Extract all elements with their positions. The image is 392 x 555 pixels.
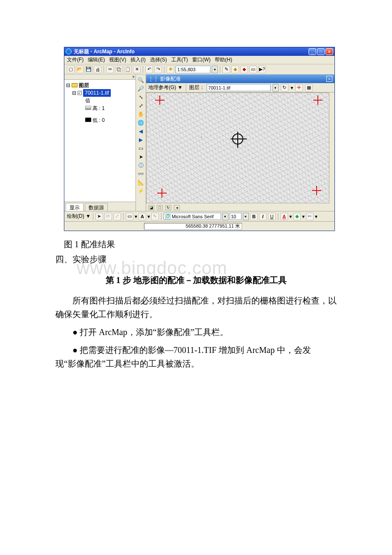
full-extent-globe-icon[interactable]: 🌐 [137,119,145,127]
georef-title: 影像配准 [160,75,181,83]
draw-menu-button[interactable]: 绘制(D) ▼ [67,213,91,220]
app-globe-icon: 🌐 [66,49,72,55]
scale-dropdown-icon[interactable]: ▾ [212,66,218,73]
select-arrow-icon[interactable]: ➤ [137,153,145,161]
underline-button[interactable]: U [268,213,276,220]
zoom-element-icon[interactable]: ⤢ [113,213,121,220]
layout-view-icon[interactable]: □ [157,205,163,210]
add-data-button[interactable]: ✚ [167,66,174,73]
zoom-in-icon[interactable]: 🔍 [137,76,145,84]
rotate-tool-icon[interactable]: ⟳ [104,213,112,220]
line-color-dropdown-icon[interactable]: ▾ [315,214,317,220]
georef-layer-combo[interactable]: 70011-1.tif [207,84,271,91]
refresh-view-icon[interactable]: ↻ [165,205,171,210]
toc-root-label[interactable]: 图层 [79,81,89,89]
identify-info-icon[interactable]: ⓘ [137,162,145,169]
dropdown-arrow-icon[interactable]: ▾ [273,84,279,92]
shape-dropdown-icon[interactable]: ▾ [135,214,137,220]
georef-grab-icon[interactable]: ⋮⋮ [148,76,159,82]
menu-help[interactable]: 帮助(H) [215,56,232,64]
font-color-button[interactable]: A [280,213,288,220]
scroll-left-icon[interactable]: ◂ [174,205,180,210]
draw-toolbar: 绘制(D) ▼ ➤ ⟳ ⤢ ▭ ▾ A ▾ ✎ O Microsoft Sans… [64,211,334,221]
command-line-icon[interactable]: ▭ [249,66,257,73]
edit-vertices-icon[interactable]: ✎ [151,213,159,220]
layer-name-label[interactable]: 70011-1.tif [83,89,111,97]
font-color-dropdown-icon[interactable]: ▾ [289,214,292,220]
menu-window[interactable]: 窗口(W) [192,56,210,64]
select-features-icon[interactable]: ▭ [137,145,145,152]
delete-button[interactable]: ✕ [133,66,141,73]
rotate-icon[interactable]: ↻ [281,84,288,92]
link-table-icon[interactable]: ▦ [305,84,313,92]
font-family-combo[interactable]: O Microsoft Sans Serif [164,213,221,220]
font-dropdown-icon[interactable]: ▾ [222,213,228,220]
select-elements-arrow-icon[interactable]: ➤ [95,213,103,220]
bold-button[interactable]: B [250,213,258,220]
new-button[interactable]: ▢ [67,66,75,73]
maximize-button[interactable]: □ [317,48,325,55]
next-extent-icon[interactable]: ▶ [137,136,145,144]
layer-visibility-checkbox[interactable]: ✓ [78,91,82,95]
open-button[interactable]: 📂 [76,66,84,73]
toc-close-icon[interactable]: × [64,75,135,80]
rectangle-shape-icon[interactable]: ▭ [126,213,133,220]
map-canvas[interactable] [146,92,329,203]
bullet-item: ● 打开 ArcMap，添加“影像配准”工具栏。 [55,325,337,339]
georef-close-icon[interactable]: × [326,76,332,82]
tab-source[interactable]: 数据源 [85,203,108,211]
prev-extent-icon[interactable]: ◀ [137,127,145,135]
text-dropdown-icon[interactable]: ▾ [147,214,150,220]
menu-select[interactable]: 选择(S) [150,56,167,64]
undo-button[interactable]: ↶ [145,66,153,73]
pan-hand-icon[interactable]: ✋ [137,110,145,118]
tab-display[interactable]: 显示 [66,203,84,211]
add-control-points-icon[interactable]: ✛ [295,84,303,92]
save-button[interactable]: 💾 [85,66,92,73]
scale-input[interactable]: 1:55,803 [176,66,210,73]
menu-file[interactable]: 文件(F) [67,56,84,64]
size-dropdown-icon[interactable]: ▾ [243,213,249,220]
dropdown-small-icon[interactable]: ▾ [291,85,293,91]
tree-collapse-icon[interactable]: ⊟ [72,89,76,97]
tools-toolbar: 🔍 🔎 ⤡ ⤢ ✋ 🌐 ◀ ▶ ▭ ➤ ⓘ 👓 📐 ⚡ [136,75,146,211]
line-color-button[interactable]: ✏ [306,213,314,220]
georef-layer-label: 图层： [189,84,205,91]
italic-button[interactable]: I [259,213,267,220]
low-value-label: 低 : 0 [92,117,105,123]
font-size-combo[interactable]: 10 [230,213,242,220]
cut-button[interactable]: ✂ [106,66,114,73]
fill-color-button[interactable]: ◆ [293,213,301,220]
minimize-button[interactable]: _ [308,48,316,55]
map-view-tabs: ◪ □ ↻ ◂ [146,204,334,211]
control-point-mark-icon [312,186,321,195]
data-view-icon[interactable]: ◪ [148,205,154,210]
georef-titlebar: ⋮⋮ 影像配准 × [146,75,334,83]
menu-insert[interactable]: 插入(I) [130,56,145,64]
arctoolbox-icon[interactable]: ◆ [231,66,239,73]
standard-toolbar: ▢ 📂 💾 🖨 ✂ ⿻ 📋 ✕ ↶ ↷ ✚ 1:55,803 ▾ ✎ ◆ ◆ ▭… [64,64,334,75]
zoom-fixed-out-icon[interactable]: ⤢ [137,102,145,110]
menu-view[interactable]: 视图(V) [109,56,126,64]
editor-icon[interactable]: ✎ [222,66,230,73]
copy-button[interactable]: ⿻ [115,66,123,73]
hyperlink-bolt-icon[interactable]: ⚡ [137,187,145,195]
paste-button[interactable]: 📋 [124,66,132,73]
text-tool-icon[interactable]: A [138,213,146,220]
print-button[interactable]: 🖨 [94,66,101,73]
find-binoculars-icon[interactable]: 👓 [137,170,145,178]
arccatalog-icon[interactable]: ◆ [240,66,248,73]
menu-tools[interactable]: 工具(T) [171,56,188,64]
menu-edit[interactable]: 编辑(E) [88,56,105,64]
whats-this-icon[interactable]: ▶? [258,66,266,73]
coordinate-readout: 565580.38 2777951.11 米 [144,223,242,230]
tree-collapse-icon[interactable]: ⊟ [66,81,70,89]
fill-color-dropdown-icon[interactable]: ▾ [302,214,305,220]
redo-button[interactable]: ↷ [154,66,162,73]
measure-ruler-icon[interactable]: 📐 [137,179,145,186]
zoom-out-icon[interactable]: 🔎 [137,85,145,92]
georef-menu-button[interactable]: 地理参考(G) ▼ [148,84,183,91]
close-button[interactable]: × [326,48,333,55]
arcmap-window: 🌐 无标题 - ArcMap - ArcInfo _ □ × 文件(F) 编辑(… [64,47,335,231]
zoom-fixed-in-icon[interactable]: ⤡ [137,93,145,101]
